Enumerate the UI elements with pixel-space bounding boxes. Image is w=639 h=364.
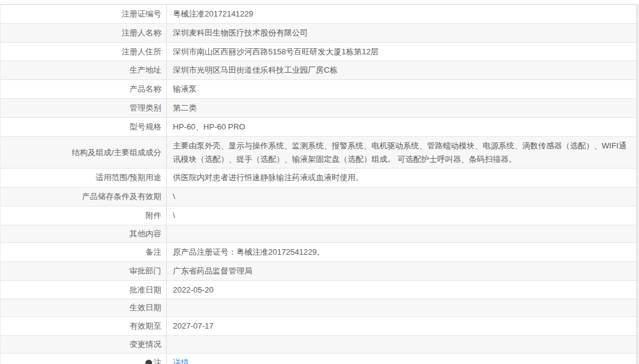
- table-row: 生效日期: [1, 299, 637, 317]
- row-label: 批准日期: [1, 281, 167, 299]
- table-row: 管理类别 第二类: [1, 99, 637, 118]
- row-label: 适用范围/预期用途: [1, 169, 167, 187]
- row-label: 有效期至: [1, 317, 167, 335]
- row-value: [167, 225, 637, 242]
- detail-link[interactable]: 详情: [173, 356, 189, 364]
- row-value: 输液泵: [167, 80, 637, 98]
- table-row: 审批部门 广东省药品监督管理局: [1, 262, 637, 281]
- row-label: 注册人名称: [1, 24, 167, 42]
- table-row: 备注 原产品注册证号：粤械注准20172541229。: [1, 243, 637, 262]
- row-label: 产品名称: [1, 80, 167, 98]
- row-value: [167, 299, 637, 316]
- table-row: 附件 \: [1, 206, 637, 225]
- note-label: 注: [153, 357, 161, 364]
- page-top-strip: [0, 0, 639, 4]
- row-value: 主要由泵外壳、显示与操作系统、监测系统、报警系统、电机驱动系统、管路蠕动模块、电…: [167, 137, 637, 169]
- row-value: 深圳市南山区西丽沙河西路5158号百旺研发大厦1栋第12层: [167, 43, 637, 61]
- table-row: 产品名称 输液泵: [1, 80, 637, 99]
- row-value: 第二类: [167, 99, 637, 117]
- table-row: 注册人名称 深圳麦科田生物医疗技术股份有限公司: [1, 24, 637, 43]
- table-row: 注册证编号 粤械注准20172141229: [1, 5, 637, 24]
- row-value: [167, 336, 637, 353]
- row-label: 注: [1, 354, 167, 364]
- table-row: 型号规格 HP-60、HP-60 PRO: [1, 118, 637, 137]
- row-value: HP-60、HP-60 PRO: [167, 118, 637, 136]
- table-row: 有效期至 2027-07-17: [1, 317, 637, 336]
- row-label: 注册证编号: [1, 5, 167, 23]
- row-value: 2027-07-17: [167, 317, 637, 335]
- row-value: 原产品注册证号：粤械注准20172541229。: [167, 243, 637, 261]
- table-row: 结构及组成/主要组成成分 主要由泵外壳、显示与操作系统、监测系统、报警系统、电机…: [1, 137, 637, 169]
- row-label: 结构及组成/主要组成成分: [1, 137, 167, 169]
- table-row: 生产地址 深圳市光明区马田街道佳乐科技工业园厂房C栋: [1, 61, 637, 80]
- table-row: 变更情况: [1, 336, 637, 354]
- table-row-note: 注 详情: [1, 354, 637, 364]
- row-label: 审批部门: [1, 262, 167, 280]
- row-value: 2022-05-20: [167, 281, 637, 299]
- row-label: 附件: [1, 206, 167, 225]
- row-label: 注册人住所: [1, 43, 167, 61]
- table-row: 批准日期 2022-05-20: [1, 281, 637, 300]
- row-value: 详情: [167, 354, 637, 364]
- table-row: 注册人住所 深圳市南山区西丽沙河西路5158号百旺研发大厦1栋第12层: [1, 43, 637, 62]
- table-row: 适用范围/预期用途 供医院内对患者进行恒速静脉输注药液或血液时使用。: [1, 169, 637, 187]
- row-value: \: [167, 187, 637, 206]
- row-value: \: [167, 206, 637, 225]
- row-value: 广东省药品监督管理局: [167, 262, 637, 280]
- table-row: 其他内容: [1, 225, 637, 243]
- row-label: 管理类别: [1, 99, 167, 117]
- row-label: 变更情况: [1, 336, 167, 353]
- row-label: 生产地址: [1, 61, 167, 79]
- comment-icon: [145, 360, 152, 364]
- row-value: 深圳麦科田生物医疗技术股份有限公司: [167, 24, 637, 42]
- row-label: 其他内容: [1, 225, 167, 242]
- row-value: 粤械注准20172141229: [167, 5, 637, 23]
- row-label: 产品储存条件及有效期: [1, 187, 167, 206]
- registration-info-table: 注册证编号 粤械注准20172141229 注册人名称 深圳麦科田生物医疗技术股…: [0, 4, 637, 364]
- row-value: 深圳市光明区马田街道佳乐科技工业园厂房C栋: [167, 61, 637, 79]
- row-label: 生效日期: [1, 299, 167, 316]
- row-value: 供医院内对患者进行恒速静脉输注药液或血液时使用。: [167, 169, 637, 187]
- row-label: 备注: [1, 243, 167, 261]
- row-label: 型号规格: [1, 118, 167, 136]
- table-row: 产品储存条件及有效期 \: [1, 187, 637, 206]
